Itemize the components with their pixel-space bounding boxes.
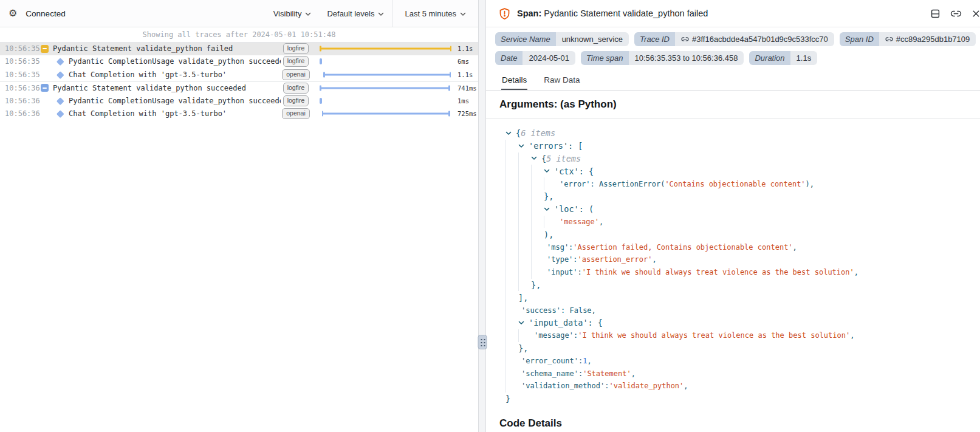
code-line: { 5 items xyxy=(499,153,980,165)
indent-guide xyxy=(518,253,531,266)
meta-badge-value: 10:56:35.353 to 10:56:36.458 xyxy=(629,51,744,65)
meta-badge-trace-id[interactable]: Trace ID#3ff16acbdde4a547b01d9c9c533fcc7… xyxy=(634,32,834,46)
panel-resize-gutter[interactable] xyxy=(478,0,486,432)
code-string: 'Statement' xyxy=(583,369,631,378)
chevron-down-icon xyxy=(460,12,466,16)
duration-bar xyxy=(320,46,451,52)
indent-guide xyxy=(505,165,518,177)
indent-guide xyxy=(505,279,518,292)
info-diamond-icon xyxy=(56,59,65,64)
panel-resize-handle[interactable] xyxy=(478,335,487,349)
traces-toolbar: ⚙ Connected Visibility Default levels La… xyxy=(0,0,478,27)
meta-badge-label: Trace ID xyxy=(634,32,675,46)
collapse-chevron-icon[interactable] xyxy=(518,321,529,325)
trace-row-tag-column: logfire xyxy=(281,43,311,54)
indent-guide xyxy=(505,177,518,190)
code-details-heading: Code Details xyxy=(499,417,967,430)
link-icon[interactable] xyxy=(885,35,893,43)
span-detail-panel: Span:Pydantic Statement validate_python … xyxy=(486,0,980,432)
indent-guide xyxy=(505,380,518,393)
tag-pill[interactable]: logfire xyxy=(283,83,309,94)
indent-guide xyxy=(518,165,531,177)
meta-badge-value: 2024-05-01 xyxy=(523,51,575,65)
collapse-chevron-icon[interactable] xyxy=(531,156,541,160)
default-levels-menu[interactable]: Default levels xyxy=(319,0,392,27)
tag-pill[interactable]: logfire xyxy=(283,95,309,106)
trace-row-timeline xyxy=(311,82,454,95)
code-line: 'loc': ( xyxy=(499,203,980,216)
code-line: 'ctx': { xyxy=(499,165,980,177)
trace-row[interactable]: 10:56:35Pydantic CompletionUsage validat… xyxy=(0,55,478,69)
span-meta-badges-row-2: Date2024-05-01Time span10:56:35.353 to 1… xyxy=(486,51,980,65)
meta-badge-label: Time span xyxy=(581,51,629,65)
trace-row-title: Chat Completion with 'gpt-3.5-turbo' xyxy=(69,109,281,118)
indent-guide xyxy=(518,329,531,342)
chevron-down-icon xyxy=(305,12,311,16)
collapse-chevron-icon[interactable] xyxy=(544,207,554,211)
code-token: 'success': False, xyxy=(521,306,596,315)
indent-guide xyxy=(531,190,544,203)
meta-badge-value: 1.1s xyxy=(790,51,818,65)
tab-details[interactable]: Details xyxy=(501,73,527,90)
info-collapse-icon[interactable] xyxy=(40,84,49,92)
indent-guide xyxy=(544,177,557,190)
tag-pill[interactable]: openai xyxy=(282,69,310,80)
arguments-heading: Arguments: (as Python) xyxy=(499,98,967,111)
settings-gear-icon[interactable]: ⚙ xyxy=(9,9,17,18)
code-token: 'message': xyxy=(534,331,578,340)
copy-link-icon[interactable] xyxy=(950,8,962,19)
trace-row[interactable]: 10:56:36Pydantic Statement validate_pyth… xyxy=(0,81,478,95)
reader-mode-icon[interactable] xyxy=(930,8,941,19)
trace-row-title: Pydantic Statement validate_python faile… xyxy=(53,44,281,53)
indent-guide xyxy=(518,203,531,216)
code-line: 'message', xyxy=(499,216,980,228)
trace-row-title: Pydantic CompletionUsage validate_python… xyxy=(69,97,281,105)
trace-row[interactable]: 10:56:36Chat Completion with 'gpt-3.5-tu… xyxy=(0,108,478,121)
code-line: 'validation_method': 'validate_python', xyxy=(499,380,980,393)
span-kind-label: Span: xyxy=(517,9,541,18)
info-diamond-icon xyxy=(56,72,65,78)
collapse-chevron-icon[interactable] xyxy=(505,131,516,135)
code-token: 'loc': ( xyxy=(554,204,594,214)
code-line: } xyxy=(499,393,980,405)
collapse-chevron-icon[interactable] xyxy=(518,144,529,148)
code-token: , xyxy=(684,382,688,390)
meta-badge-span-id[interactable]: Span ID#cc89a295db1b7109 xyxy=(840,32,976,46)
close-icon[interactable] xyxy=(971,9,980,19)
code-token: 'schema_name': xyxy=(521,369,583,378)
tag-pill[interactable]: logfire xyxy=(283,43,309,54)
code-token: ), xyxy=(806,180,814,188)
trace-row-timestamp: 10:56:36 xyxy=(5,97,40,105)
warning-collapse-icon[interactable] xyxy=(40,45,49,53)
indent-guide xyxy=(505,304,518,317)
link-icon[interactable] xyxy=(681,35,689,43)
detail-tabs: DetailsRaw Data xyxy=(486,73,980,91)
tag-pill[interactable]: logfire xyxy=(283,56,309,67)
indent-guide xyxy=(518,266,531,279)
span-detail-header: Span:Pydantic Statement validate_python … xyxy=(486,0,980,27)
meta-badge-label: Span ID xyxy=(840,32,879,46)
info-diamond-icon xyxy=(56,111,65,117)
collapse-chevron-icon[interactable] xyxy=(544,169,554,173)
trace-row[interactable]: 10:56:35Pydantic Statement validate_pyth… xyxy=(0,42,478,55)
trace-row[interactable]: 10:56:36Pydantic CompletionUsage validat… xyxy=(0,94,478,108)
meta-badge-value: unknown_service xyxy=(556,32,629,46)
code-token: , xyxy=(652,255,656,264)
tab-raw-data[interactable]: Raw Data xyxy=(543,73,580,90)
time-range-menu[interactable]: Last 5 minutes xyxy=(392,0,478,27)
code-string: 'message' xyxy=(560,218,599,226)
code-token: 'validation_method': xyxy=(521,382,609,390)
code-token: , xyxy=(631,369,636,378)
trace-row-tag-column: openai xyxy=(281,108,311,119)
indent-guide xyxy=(505,317,518,329)
visibility-menu[interactable]: Visibility xyxy=(266,0,320,27)
code-token: 'input_data': { xyxy=(529,318,603,327)
trace-row-duration: 1.1s xyxy=(454,45,478,52)
trace-row[interactable]: 10:56:35Chat Completion with 'gpt-3.5-tu… xyxy=(0,68,478,81)
tag-pill[interactable]: openai xyxy=(282,108,310,119)
trace-row-timeline xyxy=(311,68,454,81)
trace-row-duration: 725ms xyxy=(454,110,478,117)
trace-row-timeline xyxy=(311,108,454,121)
indent-guide xyxy=(518,216,531,228)
span-title: Span:Pydantic Statement validate_python … xyxy=(517,9,923,18)
